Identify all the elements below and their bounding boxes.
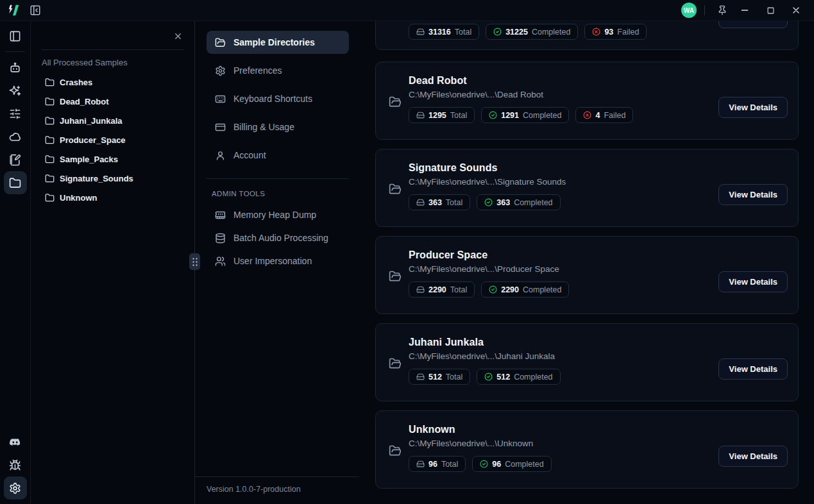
folder-icon <box>45 78 55 87</box>
badge-label: Completed <box>523 285 561 294</box>
titlebar-separator <box>704 5 705 15</box>
badge-label: Failed <box>617 28 639 37</box>
icon-rail <box>0 21 31 504</box>
pin-window-button[interactable] <box>713 2 732 19</box>
folder-open-icon <box>389 183 402 196</box>
x-circle-icon <box>592 28 600 36</box>
check-circle-icon <box>489 285 497 294</box>
admin-tools-list: Memory Heap Dump Batch Audio Processing … <box>195 203 359 273</box>
badge-label: Total <box>446 373 462 382</box>
folder-icon <box>9 177 21 189</box>
view-details-button[interactable]: View Details <box>718 97 788 118</box>
nav-item-preferences[interactable]: Preferences <box>207 59 349 82</box>
nav-item-label: Keyboard Shortcuts <box>233 94 312 104</box>
samples-list: Crashes Dead_Robot Juhani_Junkala Produc… <box>31 71 194 208</box>
rail-sparkles-button[interactable] <box>4 79 27 102</box>
failed-badge: 93 Failed <box>584 24 647 40</box>
keyboard-icon <box>215 94 226 105</box>
nav-item-billing-usage[interactable]: Billing & Usage <box>207 115 349 139</box>
bot-icon <box>9 62 21 74</box>
discord-icon <box>9 436 21 448</box>
maximize-button[interactable] <box>758 1 783 20</box>
sidebar-collapse-button[interactable] <box>26 2 45 19</box>
nav-item-label: Sample Directories <box>233 37 315 47</box>
directory-title: Dead Robot <box>409 75 718 87</box>
badge-count: 1295 <box>428 111 446 120</box>
drive-icon <box>416 28 425 36</box>
completed-badge: 31225 Completed <box>486 24 578 40</box>
close-window-button[interactable] <box>783 1 809 20</box>
nav-item-user-impersonation[interactable]: User Impersonation <box>207 249 349 273</box>
sample-folder-item[interactable]: Sample_Packs <box>31 149 194 169</box>
badge-label: Total <box>446 198 462 207</box>
badge-label: Total <box>441 460 458 469</box>
drive-icon <box>416 198 425 206</box>
nav-item-label: Account <box>233 150 266 160</box>
badge-count: 96 <box>492 460 501 469</box>
badge-count: 93 <box>604 28 613 37</box>
drive-icon <box>416 373 425 381</box>
rail-gear-button[interactable] <box>4 476 27 500</box>
minimize-button[interactable] <box>732 1 758 20</box>
rail-cloud-button[interactable] <box>4 125 27 148</box>
folder-icon <box>45 135 55 145</box>
rail-bot-button[interactable] <box>4 56 27 79</box>
credit-card-icon <box>215 122 226 133</box>
badge-count: 1291 <box>501 111 519 120</box>
notebook-pen-icon <box>9 154 21 166</box>
view-details-button[interactable]: View Details <box>718 358 788 380</box>
samples-panel-title: All Processed Samples <box>42 58 183 67</box>
settings-nav-list: Sample Directories Preferences Keyboard … <box>195 31 359 172</box>
rail-sliders-button[interactable] <box>4 102 27 125</box>
rail-notebook-pen-button[interactable] <box>4 148 27 171</box>
sample-folder-item[interactable]: Signature_Sounds <box>31 169 194 188</box>
admin-tools-label: ADMIN TOOLS <box>212 190 359 197</box>
nav-item-account[interactable]: Account <box>207 144 349 167</box>
admin-section-divider <box>207 178 349 179</box>
directory-badges: 2290 Total 2290 Completed <box>409 281 718 298</box>
nav-item-label: Memory Heap Dump <box>233 210 316 220</box>
sample-folder-item[interactable]: Unknown <box>31 188 194 207</box>
badge-count: 31316 <box>428 28 451 37</box>
badge-count: 31225 <box>505 28 528 37</box>
failed-badge: 4 Failed <box>575 107 633 123</box>
completed-badge: 1291 Completed <box>481 107 569 123</box>
grip-dots-icon <box>192 257 198 267</box>
sample-folder-label: Dead_Robot <box>60 97 109 106</box>
close-panel-button[interactable] <box>172 30 183 42</box>
view-details-button[interactable]: View Details <box>718 21 788 28</box>
sample-folder-item[interactable]: Crashes <box>31 72 194 92</box>
nav-item-sample-directories[interactable]: Sample Directories <box>207 31 349 54</box>
nav-item-memory-heap-dump[interactable]: Memory Heap Dump <box>207 203 349 226</box>
total-badge: 96 Total <box>409 456 466 472</box>
drive-icon <box>416 285 425 294</box>
directory-card: Producer Space C:\MyFiles\onedrive\...\P… <box>375 236 799 314</box>
rail-bug-button[interactable] <box>4 453 27 476</box>
directories-card-list: 31316 Total 31225 Completed 93 Failed Vi… <box>359 21 814 504</box>
folder-open-icon <box>215 37 226 48</box>
rail-discord-button[interactable] <box>4 430 27 453</box>
nav-item-keyboard-shortcuts[interactable]: Keyboard Shortcuts <box>207 87 349 110</box>
rail-folder-button[interactable] <box>4 171 27 194</box>
badge-label: Completed <box>532 28 570 37</box>
view-details-button[interactable]: View Details <box>718 446 788 467</box>
directory-path: C:\MyFiles\onedrive\...\Producer Space <box>409 264 718 274</box>
user-avatar[interactable]: WA <box>681 3 697 18</box>
sample-folder-item[interactable]: Juhani_Junkala <box>31 111 194 130</box>
panel-divider <box>194 21 195 504</box>
check-circle-icon <box>484 373 493 381</box>
directory-badges: 96 Total 96 Completed <box>409 456 718 472</box>
rail-top <box>4 24 27 194</box>
nav-item-batch-audio-processing[interactable]: Batch Audio Processing <box>207 226 349 249</box>
panel-resize-grip[interactable] <box>189 253 200 270</box>
x-circle-icon <box>583 111 591 119</box>
directory-card: Dead Robot C:\MyFiles\onedrive\...\Dead … <box>375 62 799 140</box>
gear-icon <box>215 65 226 76</box>
directory-title: Unknown <box>409 424 718 435</box>
sample-folder-item[interactable]: Dead_Robot <box>31 92 194 111</box>
view-details-button[interactable]: View Details <box>718 184 788 205</box>
rail-panel-left-button[interactable] <box>4 24 27 47</box>
directory-path: C:\MyFiles\onedrive\...\Signature Sounds <box>409 177 718 187</box>
view-details-button[interactable]: View Details <box>718 271 788 292</box>
sample-folder-item[interactable]: Producer_Space <box>31 130 194 149</box>
